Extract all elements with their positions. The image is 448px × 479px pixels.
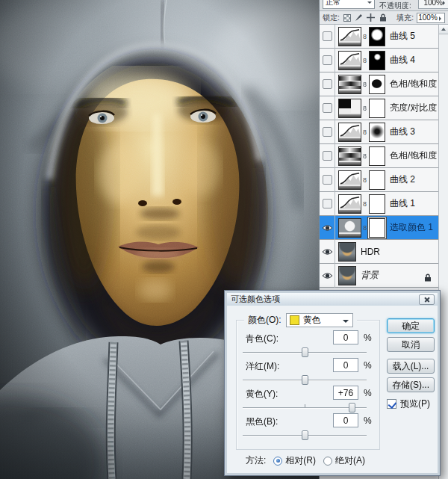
eye-hidden-box[interactable]: [323, 31, 332, 41]
curves-thumbnail[interactable]: [338, 51, 361, 70]
layer-name[interactable]: 曲线 1: [390, 197, 415, 210]
visibility-toggle[interactable]: [320, 72, 335, 96]
layer-row-hue-sat-2[interactable]: 8 色相/饱和度 2: [320, 72, 438, 96]
visibility-toggle[interactable]: [320, 192, 335, 216]
visibility-toggle[interactable]: [320, 25, 335, 49]
eye-hidden-box[interactable]: [323, 127, 332, 137]
close-icon[interactable]: [419, 294, 435, 305]
curves-thumbnail[interactable]: [338, 170, 361, 190]
photo-layer-thumbnail[interactable]: [338, 266, 356, 285]
method-absolute-option[interactable]: 绝对(A): [323, 454, 365, 467]
cyan-value-input[interactable]: 0: [333, 330, 358, 344]
eye-hidden-box[interactable]: [323, 55, 332, 65]
eye-hidden-box[interactable]: [323, 151, 332, 161]
yellow-slider[interactable]: [243, 403, 367, 412]
lock-transparency-icon[interactable]: [343, 13, 352, 22]
eye-hidden-box[interactable]: [323, 175, 332, 185]
layer-row-hue-sat-1[interactable]: 8 色相/饱和度 1: [320, 144, 438, 168]
layer-list: 8 曲线 5 8 曲线 4 8 色相/饱和度 2: [320, 25, 438, 288]
slider-thumb[interactable]: [302, 347, 308, 357]
layer-row-selective-color-1[interactable]: 8 选取颜色 1: [320, 216, 438, 240]
chevron-down-icon: [343, 320, 349, 326]
layer-mask-thumbnail[interactable]: [369, 194, 385, 214]
layer-mask-thumbnail[interactable]: [369, 146, 385, 166]
slider-thumb[interactable]: [349, 403, 355, 412]
hue-saturation-thumbnail[interactable]: [338, 75, 361, 94]
lock-label: 锁定:: [323, 13, 340, 23]
cancel-button[interactable]: 取消: [387, 337, 435, 352]
visibility-toggle[interactable]: [320, 144, 335, 168]
hue-saturation-thumbnail[interactable]: [338, 146, 361, 166]
black-slider[interactable]: [243, 430, 367, 440]
layer-mask-thumbnail[interactable]: [369, 27, 385, 46]
cyan-slider[interactable]: [243, 347, 367, 357]
slider-thumb[interactable]: [302, 430, 308, 440]
layer-mask-thumbnail[interactable]: [369, 51, 385, 70]
layer-name[interactable]: 背景: [361, 269, 379, 282]
eye-hidden-box[interactable]: [323, 103, 332, 113]
scroll-up-button[interactable]: [439, 25, 448, 34]
layer-row-background[interactable]: 背景: [320, 264, 438, 288]
layer-row-curves-2[interactable]: 8 曲线 2: [320, 168, 438, 192]
layer-name[interactable]: 曲线 4: [390, 54, 415, 67]
curves-thumbnail[interactable]: [338, 194, 361, 214]
visibility-toggle[interactable]: [320, 49, 335, 72]
opacity-input[interactable]: 100%: [418, 0, 448, 9]
selective-color-thumbnail[interactable]: [338, 218, 361, 238]
eye-hidden-box[interactable]: [323, 79, 332, 89]
fill-input[interactable]: 100%: [417, 13, 445, 23]
layer-row-curves-4[interactable]: 8 曲线 4: [320, 49, 438, 72]
layer-row-curves-1[interactable]: 8 曲线 1: [320, 192, 438, 216]
absolute-radio[interactable]: [323, 457, 332, 466]
layer-mask-thumbnail[interactable]: [369, 99, 385, 118]
yellow-value-input[interactable]: +76: [333, 386, 358, 400]
lock-all-padlock-icon[interactable]: [379, 13, 388, 22]
eye-hidden-box[interactable]: [323, 199, 332, 208]
layer-name[interactable]: 色相/饱和度 1: [390, 149, 444, 162]
layer-name[interactable]: 曲线 5: [390, 30, 415, 43]
layer-row-hdr[interactable]: HDR: [320, 240, 438, 264]
dialog-titlebar[interactable]: 可选颜色选项: [227, 293, 438, 306]
layer-row-curves-3[interactable]: 8 曲线 3: [320, 120, 438, 144]
visibility-toggle[interactable]: [320, 216, 335, 240]
save-button[interactable]: 存储(S)...: [387, 377, 435, 392]
visibility-toggle[interactable]: [320, 264, 335, 288]
layer-name[interactable]: 选取颜色 1: [390, 221, 433, 234]
curves-thumbnail[interactable]: [338, 27, 361, 46]
magenta-value-input[interactable]: 0: [333, 358, 358, 372]
color-label: 颜色(O):: [248, 314, 281, 327]
black-value-input[interactable]: 0: [333, 413, 358, 427]
relative-radio[interactable]: [273, 457, 282, 466]
curves-thumbnail[interactable]: [338, 123, 361, 142]
brightness-contrast-thumbnail[interactable]: [338, 99, 361, 118]
slider-thumb[interactable]: [302, 375, 308, 385]
layer-name[interactable]: 色相/饱和度 2: [390, 78, 444, 90]
layer-row-curves-5[interactable]: 8 曲线 5: [320, 25, 438, 49]
layer-name[interactable]: 曲线 3: [390, 126, 415, 138]
layer-row-brightness-contrast-1[interactable]: 8 亮度/对比度 1: [320, 96, 438, 120]
visibility-toggle[interactable]: [320, 168, 335, 192]
layer-name[interactable]: HDR: [361, 247, 380, 257]
load-button[interactable]: 载入(L)...: [387, 359, 435, 374]
layer-mask-thumbnail[interactable]: [369, 218, 385, 238]
layer-name[interactable]: 曲线 2: [390, 173, 415, 186]
ok-button[interactable]: 确定: [387, 318, 435, 333]
visibility-toggle[interactable]: [320, 120, 335, 144]
magenta-slider[interactable]: [243, 375, 367, 385]
lock-position-move-icon[interactable]: [367, 13, 376, 22]
link-icon: 8: [361, 176, 368, 184]
lock-pixels-brush-icon[interactable]: [355, 13, 364, 22]
preview-checkbox[interactable]: [387, 399, 396, 409]
visibility-toggle[interactable]: [320, 96, 335, 120]
visibility-toggle[interactable]: [320, 240, 335, 264]
layer-mask-thumbnail[interactable]: [369, 170, 385, 190]
photo-layer-thumbnail[interactable]: [338, 242, 356, 262]
layer-name[interactable]: 亮度/对比度 1: [390, 102, 444, 114]
layer-mask-thumbnail[interactable]: [369, 123, 385, 142]
preview-option[interactable]: 预览(P): [387, 398, 430, 410]
layer-mask-thumbnail[interactable]: [369, 75, 385, 94]
chevron-right-icon: [443, 1, 447, 5]
blend-mode-select[interactable]: 正常: [323, 0, 375, 9]
method-relative-option[interactable]: 相对(R): [273, 454, 316, 467]
color-dropdown[interactable]: 黄色: [286, 313, 353, 327]
